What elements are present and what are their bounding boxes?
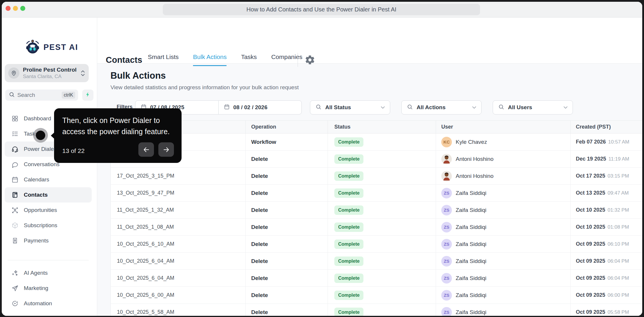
column-header-created: Created (PST) xyxy=(570,121,642,133)
tooltip-step-counter: 13 of 22 xyxy=(62,147,85,154)
table-row[interactable]: 17_Oct_2025_3_15_PM Delete Complete Anto… xyxy=(111,168,642,185)
avatar-initials: ZS xyxy=(441,273,452,284)
created-time: 01:32 PM xyxy=(608,207,629,213)
user-name: Zaifa Siddiqi xyxy=(456,292,487,299)
tooltip-text: Then, click on Power Dialer to access th… xyxy=(62,115,175,137)
search-input[interactable]: Search ctrlK xyxy=(5,90,78,101)
chevron-down-icon xyxy=(563,105,568,110)
column-header-operation: Operation xyxy=(245,121,328,133)
sidebar: PEST AI Proline Pest Control Santa Clari… xyxy=(2,18,97,316)
sidebar-item-calendars[interactable]: Calendars xyxy=(5,172,92,187)
tour-tooltip: Then, click on Power Dialer to access th… xyxy=(54,108,182,163)
created-date: Oct 09 2025 xyxy=(576,258,605,264)
sidebar-item-automation[interactable]: Automation xyxy=(5,296,92,311)
user-name: Zaifa Siddiqi xyxy=(456,309,487,316)
avatar-photo xyxy=(441,154,452,164)
tab-strip: Contacts Smart Lists Bulk Actions Tasks … xyxy=(97,18,642,64)
date-to-input[interactable]: 08 / 02 / 2026 xyxy=(218,101,301,114)
created-cell: Oct 09 2025 06:04 PM xyxy=(570,253,642,269)
close-window-button[interactable] xyxy=(6,6,11,11)
created-time: 05:58 PM xyxy=(608,309,629,315)
users-filter-dropdown[interactable]: All Users xyxy=(493,100,573,114)
status-cell: Complete xyxy=(328,236,436,252)
user-name: Zaifa Siddiqi xyxy=(456,275,487,281)
created-time: 06:00 PM xyxy=(608,292,629,298)
created-cell: Dec 19 2025 11:19 AM xyxy=(570,151,642,167)
browser-globe-icon xyxy=(11,315,19,316)
tooltip-arrow xyxy=(51,132,54,139)
sidebar-item-label: AI Agents xyxy=(24,270,48,276)
operation-cell: Workflow xyxy=(245,134,328,150)
created-date: Dec 19 2025 xyxy=(576,156,606,162)
sidebar-item-sites[interactable]: Sites xyxy=(5,311,92,316)
operation-cell: Delete xyxy=(245,304,328,316)
table-body: Workflow Complete KC Kyle Chavez Feb 07 … xyxy=(111,134,642,316)
company-selector[interactable]: Proline Pest Control Santa Clarita, CA xyxy=(5,64,89,82)
sidebar-item-subscriptions[interactable]: Subscriptions xyxy=(5,218,92,233)
bulk-actions-table: Operation Status User Created (PST) Work… xyxy=(110,120,642,316)
user-cell: ZS Zaifa Siddiqi xyxy=(436,202,570,218)
created-date: Oct 09 2025 xyxy=(576,309,605,315)
maximize-window-button[interactable] xyxy=(20,6,25,11)
tab-tasks[interactable]: Tasks xyxy=(241,53,257,66)
user-name: Zaifa Siddiqi xyxy=(456,258,487,264)
minimize-window-button[interactable] xyxy=(13,6,18,11)
table-row[interactable]: 10_Oct_2025_6_10_AM Delete Complete ZS Z… xyxy=(111,236,642,253)
click-indicator-dot xyxy=(36,131,45,140)
table-row[interactable]: Workflow Complete KC Kyle Chavez Feb 07 … xyxy=(111,134,642,151)
created-cell: Oct 09 2025 06:10 PM xyxy=(570,236,642,252)
created-time: 01:08 PM xyxy=(608,224,629,230)
table-row[interactable]: 10_Oct_2025_6_04_AM Delete Complete ZS Z… xyxy=(111,270,642,287)
actions-filter-dropdown[interactable]: All Actions xyxy=(401,100,482,114)
settings-gear-icon[interactable] xyxy=(305,55,315,65)
status-badge: Complete xyxy=(334,137,363,147)
bulk-action-name: 10_Oct_2025_6_10_AM xyxy=(111,236,245,252)
tasks-icon xyxy=(11,130,19,138)
user-name: Kyle Chavez xyxy=(456,139,487,145)
created-time: 06:04 PM xyxy=(608,258,629,264)
lightning-bolt-icon xyxy=(85,92,91,99)
sidebar-item-label: Subscriptions xyxy=(24,222,57,229)
column-header-user: User xyxy=(436,121,570,133)
sidebar-item-contacts[interactable]: Contacts xyxy=(5,187,92,203)
table-row[interactable]: Delete Complete Antoni Hoshino Dec 19 20… xyxy=(111,151,642,168)
search-icon xyxy=(9,92,15,99)
user-cell: ZS Zaifa Siddiqi xyxy=(436,304,570,316)
quick-actions-button[interactable] xyxy=(82,90,93,101)
created-date: Oct 13 2025 xyxy=(576,190,605,196)
bulk-action-name: 17_Oct_2025_3_15_PM xyxy=(111,168,245,184)
table-row[interactable]: 13_Oct_2025_9_47_PM Delete Complete ZS Z… xyxy=(111,185,642,202)
status-badge: Complete xyxy=(334,222,363,232)
page-title: Contacts xyxy=(106,55,142,65)
user-name: Zaifa Siddiqi xyxy=(456,190,487,196)
tab-smart-lists[interactable]: Smart Lists xyxy=(148,53,179,66)
sidebar-item-opportunities[interactable]: Opportunities xyxy=(5,203,92,218)
sidebar-item-ai-agents[interactable]: AI Agents xyxy=(5,265,92,281)
table-row[interactable]: 10_Oct_2025_6_00_AM Delete Complete ZS Z… xyxy=(111,287,642,304)
sidebar-item-label: Conversations xyxy=(24,161,59,168)
table-row[interactable]: 10_Oct_2025_6_04_AM Delete Complete ZS Z… xyxy=(111,253,642,270)
tab-bulk-actions[interactable]: Bulk Actions xyxy=(193,53,227,66)
dropdown-value: All Actions xyxy=(417,104,472,111)
status-cell: Complete xyxy=(328,134,436,150)
status-badge: Complete xyxy=(334,205,363,215)
sidebar-item-marketing[interactable]: Marketing xyxy=(5,281,92,296)
operation-cell: Delete xyxy=(245,287,328,303)
sidebar-item-payments[interactable]: Payments xyxy=(5,233,92,248)
section-subtitle: View detailed statistics and progress in… xyxy=(110,84,299,91)
address-book-icon xyxy=(11,191,19,199)
paper-plane-icon xyxy=(11,284,19,292)
table-row[interactable]: 11_Oct_2025_1_32_AM Delete Complete ZS Z… xyxy=(111,202,642,219)
bulk-action-name: 11_Oct_2025_1_08_AM xyxy=(111,219,245,235)
table-row[interactable]: 10_Oct_2025_5_58_AM Delete Complete ZS Z… xyxy=(111,304,642,316)
tab-divider xyxy=(298,53,298,67)
brand-name: PEST AI xyxy=(43,43,78,52)
status-filter-dropdown[interactable]: All Status xyxy=(310,100,390,114)
status-cell: Complete xyxy=(328,287,436,303)
status-badge: Complete xyxy=(334,291,363,300)
user-cell: KC Kyle Chavez xyxy=(436,134,570,150)
tour-previous-button[interactable] xyxy=(138,142,154,157)
table-row[interactable]: 11_Oct_2025_1_08_AM Delete Complete ZS Z… xyxy=(111,219,642,236)
tour-next-button[interactable] xyxy=(158,142,174,157)
operation-cell: Delete xyxy=(245,253,328,269)
